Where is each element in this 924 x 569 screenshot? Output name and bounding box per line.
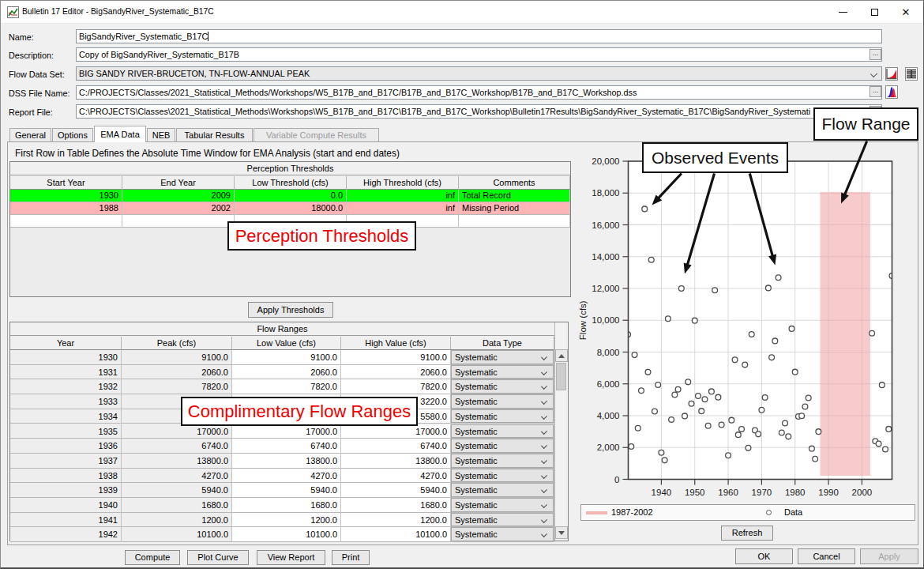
table-cell[interactable]: 4270.0 xyxy=(232,469,341,484)
table-cell[interactable]: 1931 xyxy=(10,365,122,380)
plot-curve-icon-button[interactable] xyxy=(885,67,898,81)
title-bar[interactable]: Bulletin 17 Editor - BigSandyRiver_Syste… xyxy=(1,1,923,24)
table-cell[interactable]: 1933 xyxy=(10,394,122,409)
tab-general[interactable]: General xyxy=(9,128,51,142)
data-type-combo[interactable]: Systematic xyxy=(451,424,554,439)
print-button[interactable]: Print xyxy=(332,550,370,565)
table-cell[interactable]: 18000.0 xyxy=(235,202,347,215)
cancel-button[interactable]: Cancel xyxy=(798,548,855,564)
data-type-combo[interactable]: Systematic xyxy=(451,527,554,542)
report-file-input[interactable]: C:\PROJECTS\Classes\2021_Statistical_Met… xyxy=(76,104,882,119)
table-cell[interactable]: 6740.0 xyxy=(122,439,232,454)
view-report-button[interactable]: View Report xyxy=(257,550,325,565)
table-cell[interactable]: Missing Period xyxy=(459,202,570,215)
table-cell[interactable]: 1937 xyxy=(10,454,122,469)
table-cell[interactable]: 13800.0 xyxy=(122,454,232,469)
table-cell[interactable]: 1200.0 xyxy=(341,513,451,528)
tab-neb[interactable]: NEB xyxy=(147,128,175,142)
table-cell[interactable]: 9100.0 xyxy=(341,350,451,365)
table-cell[interactable] xyxy=(10,215,122,228)
data-type-combo[interactable]: Systematic xyxy=(451,439,554,454)
table-cell[interactable] xyxy=(122,215,235,228)
table-cell[interactable]: 1988 xyxy=(10,202,122,215)
table-cell[interactable]: 6740.0 xyxy=(232,439,341,454)
distribution-icon-button[interactable] xyxy=(885,85,898,99)
description-input[interactable]: Copy of BigSandyRiver_Systematic_B17B xyxy=(76,47,882,62)
data-type-combo[interactable]: Systematic xyxy=(451,365,554,380)
ok-button[interactable]: OK xyxy=(735,548,793,564)
data-type-combo[interactable]: Systematic xyxy=(451,394,554,409)
table-cell[interactable]: 4270.0 xyxy=(341,469,451,484)
table-cell[interactable]: 4270.0 xyxy=(122,469,232,484)
table-cell[interactable]: 5940.0 xyxy=(341,483,451,498)
table-cell[interactable]: inf xyxy=(347,202,459,215)
table-cell[interactable]: 1936 xyxy=(10,439,122,454)
table-cell[interactable]: 2060.0 xyxy=(122,365,232,380)
table-cell[interactable]: inf xyxy=(347,190,459,202)
table-cell[interactable]: 2060.0 xyxy=(341,365,451,380)
table-cell[interactable]: 1930 xyxy=(10,350,122,365)
table-cell[interactable]: 1680.0 xyxy=(122,498,232,513)
data-type-combo[interactable]: Systematic xyxy=(451,483,554,498)
table-cell[interactable]: 1680.0 xyxy=(232,498,341,513)
table-cell[interactable]: 10100.0 xyxy=(232,527,341,542)
table-cell[interactable]: Total Record xyxy=(459,190,570,202)
table-cell[interactable]: 1200.0 xyxy=(122,513,232,528)
refresh-button[interactable]: Refresh xyxy=(721,526,773,541)
table-cell[interactable]: 1938 xyxy=(10,469,122,484)
maximize-button[interactable] xyxy=(858,1,890,24)
data-type-combo[interactable]: Systematic xyxy=(451,379,554,394)
table-cell[interactable]: 1930 xyxy=(10,190,122,202)
plot-curve-button[interactable]: Plot Curve xyxy=(187,550,249,565)
table-cell[interactable]: 9100.0 xyxy=(232,350,341,365)
data-type-combo[interactable]: Systematic xyxy=(451,454,554,469)
table-cell[interactable]: 9100.0 xyxy=(122,350,232,365)
data-type-combo[interactable]: Systematic xyxy=(451,409,554,424)
table-cell[interactable]: 1932 xyxy=(10,379,122,394)
close-button[interactable]: ✕ xyxy=(890,1,922,24)
table-cell[interactable]: 1200.0 xyxy=(232,513,341,528)
table-cell[interactable]: 0.0 xyxy=(235,190,347,202)
table-cell[interactable]: 5940.0 xyxy=(232,483,341,498)
column-header[interactable]: End Year xyxy=(122,176,235,190)
table-cell[interactable]: 10100.0 xyxy=(341,527,451,542)
table-cell[interactable]: 1941 xyxy=(10,513,122,528)
apply-thresholds-button[interactable]: Apply Thresholds xyxy=(248,302,333,318)
table-cell[interactable]: 1680.0 xyxy=(341,498,451,513)
data-type-combo[interactable]: Systematic xyxy=(451,513,554,528)
table-cell[interactable]: 5940.0 xyxy=(122,483,232,498)
table-cell[interactable]: 2060.0 xyxy=(232,365,341,380)
dss-browse-button[interactable]: ... xyxy=(870,86,881,97)
table-cell[interactable]: 17000.0 xyxy=(341,424,451,439)
table-cell[interactable]: 1942 xyxy=(10,527,122,542)
scroll-up-button[interactable] xyxy=(555,349,568,362)
table-cell[interactable] xyxy=(459,215,570,228)
column-header[interactable]: Data Type xyxy=(451,337,554,350)
dss-file-input[interactable]: C:/PROJECTS/Classes/2021_Statistical_Met… xyxy=(76,85,882,100)
table-cell[interactable]: 1940 xyxy=(10,498,122,513)
flow-data-set-combo[interactable]: BIG SANDY RIVER-BRUCETON, TN-FLOW-ANNUAL… xyxy=(76,66,882,81)
column-header[interactable]: Start Year xyxy=(10,176,122,190)
column-header[interactable]: High Value (cfs) xyxy=(341,337,451,350)
flow-ranges-table[interactable]: Flow Ranges YearPeak (cfs)Low Value (cfs… xyxy=(9,322,569,541)
compute-button[interactable]: Compute xyxy=(125,550,180,565)
table-cell[interactable]: 13800.0 xyxy=(341,454,451,469)
table-cell[interactable]: 1934 xyxy=(10,409,122,424)
data-type-combo[interactable]: Systematic xyxy=(451,469,554,484)
table-cell[interactable]: 1935 xyxy=(10,424,122,439)
table-cell[interactable]: 2002 xyxy=(122,202,235,215)
column-header[interactable]: Low Threshold (cfs) xyxy=(235,176,347,190)
table-cell[interactable]: 2009 xyxy=(122,190,235,202)
tab-tabular-results[interactable]: Tabular Results xyxy=(176,128,253,142)
table-cell[interactable]: 10100.0 xyxy=(122,527,232,542)
minimize-button[interactable] xyxy=(827,1,858,24)
table-cell[interactable]: 7820.0 xyxy=(232,379,341,394)
flow-table-scrollbar[interactable] xyxy=(554,322,568,541)
data-type-combo[interactable]: Systematic xyxy=(451,498,554,513)
table-cell[interactable]: 1939 xyxy=(10,483,122,498)
column-header[interactable]: High Threshold (cfs) xyxy=(347,176,459,190)
tab-ema-data[interactable]: EMA Data xyxy=(94,126,146,142)
table-cell[interactable]: 13800.0 xyxy=(232,454,341,469)
table-cell[interactable]: 17000.0 xyxy=(122,424,232,439)
table-cell[interactable]: 7820.0 xyxy=(341,379,451,394)
